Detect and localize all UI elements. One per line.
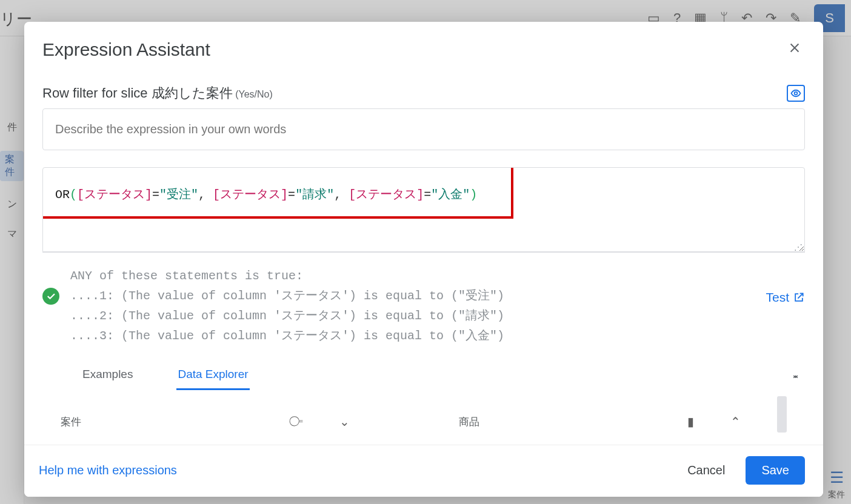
expression-assistant-modal: Expression Assistant Row filter for slic… bbox=[24, 22, 823, 497]
modal-title: Expression Assistant bbox=[42, 39, 210, 60]
scrollbar-thumb[interactable] bbox=[777, 396, 787, 433]
validation-text: ANY of these statements is true: ....1: … bbox=[70, 266, 504, 346]
background-rightbar: ☰ 案件 bbox=[828, 468, 845, 500]
expression-editor-wrap: OR([ステータス]="受注", [ステータス]="請求", [ステータス]="… bbox=[42, 167, 805, 253]
modal-body: Row filter for slice 成約した案件 (Yes/No) OR(… bbox=[24, 67, 823, 445]
preview-toggle-button[interactable] bbox=[787, 85, 805, 102]
explorer-table-left[interactable]: 案件 bbox=[61, 415, 81, 429]
help-link[interactable]: Help me with expressions bbox=[39, 463, 177, 477]
subheader-row: Row filter for slice 成約した案件 (Yes/No) bbox=[42, 84, 805, 102]
test-button[interactable]: Test bbox=[766, 290, 805, 305]
test-label: Test bbox=[766, 290, 789, 305]
explorer-table-right[interactable]: 商品 bbox=[459, 415, 479, 429]
tab-data-explorer[interactable]: Data Explorer bbox=[176, 364, 249, 390]
check-circle-icon bbox=[42, 288, 59, 305]
rightbar-label: 案件 bbox=[828, 489, 845, 500]
cancel-button[interactable]: Cancel bbox=[687, 463, 725, 477]
subheader-prefix: Row filter for slice bbox=[42, 85, 152, 101]
subheader-type: (Yes/No) bbox=[233, 89, 273, 99]
tab-examples[interactable]: Examples bbox=[81, 364, 134, 390]
validation-left: ANY of these statements is true: ....1: … bbox=[42, 266, 504, 346]
subheader-slice-name: 成約した案件 bbox=[152, 85, 233, 101]
resize-grip-icon[interactable]: ⋰ bbox=[794, 242, 803, 251]
chevron-up-icon[interactable]: ⌃ bbox=[730, 414, 741, 429]
bookmark-icon[interactable]: ▮ bbox=[687, 414, 694, 429]
expression-editor[interactable]: OR([ステータス]="受注", [ステータス]="請求", [ステータス]="… bbox=[42, 167, 805, 252]
collapse-icon[interactable]: ⌄⌃ bbox=[786, 371, 805, 383]
validation-row: ANY of these statements is true: ....1: … bbox=[42, 266, 805, 346]
chevron-down-icon[interactable]: ⌄ bbox=[339, 414, 350, 429]
svg-point-0 bbox=[795, 92, 798, 95]
filter-off-icon[interactable]: ⧃ bbox=[289, 414, 303, 429]
list-icon: ☰ bbox=[830, 468, 844, 487]
description-input[interactable] bbox=[42, 108, 805, 150]
footer-actions: Cancel Save bbox=[687, 456, 805, 485]
sidebar-item: 件 bbox=[7, 121, 17, 134]
sidebar-item: 案件 bbox=[0, 151, 24, 181]
sidebar-item: ン bbox=[7, 198, 17, 211]
tabs: Examples Data Explorer bbox=[42, 364, 250, 390]
row-filter-subheader: Row filter for slice 成約した案件 (Yes/No) bbox=[42, 84, 273, 102]
sidebar-item: マ bbox=[7, 228, 17, 240]
open-in-new-icon bbox=[793, 291, 805, 303]
modal-header: Expression Assistant bbox=[24, 22, 823, 67]
modal-footer: Help me with expressions Cancel Save bbox=[24, 445, 823, 497]
data-explorer-strip: 案件 ⧃ ⌄ 商品 ▮ ⌃ bbox=[42, 411, 805, 433]
close-icon[interactable] bbox=[784, 36, 805, 62]
tabs-row: Examples Data Explorer ⌄⌃ bbox=[42, 364, 805, 390]
save-button[interactable]: Save bbox=[746, 456, 805, 485]
background-sidebar: 件 案件 ン マ bbox=[0, 36, 24, 504]
